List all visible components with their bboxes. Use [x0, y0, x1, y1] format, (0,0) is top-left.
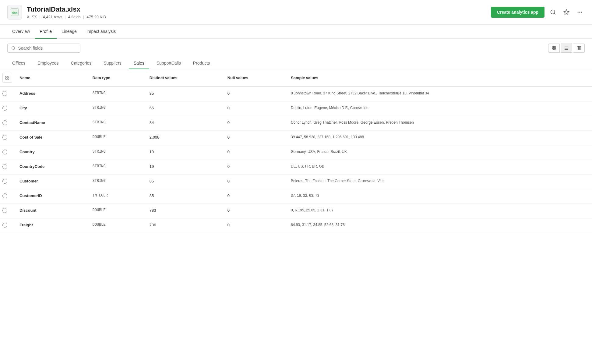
file-rows: 4,421 rows [43, 15, 62, 19]
subtab-employees[interactable]: Employees [33, 58, 63, 69]
svg-line-3 [554, 13, 555, 15]
star-icon [563, 9, 569, 15]
svg-text:xlsx: xlsx [12, 11, 17, 14]
list-view-button[interactable] [561, 44, 572, 53]
row-radio[interactable] [2, 106, 7, 111]
subtab-supportcalls[interactable]: SupportCalls [152, 58, 186, 69]
tab-profile[interactable]: Profile [35, 25, 57, 39]
more-options-button[interactable] [575, 7, 585, 17]
svg-point-6 [579, 12, 580, 12]
table-row: Address STRING 85 0 8 Johnstown Road, 37… [0, 87, 592, 101]
svg-marker-4 [564, 10, 569, 15]
subtab-suppliers[interactable]: Suppliers [99, 58, 126, 69]
field-data-type: STRING [88, 101, 145, 116]
field-data-type: STRING [88, 87, 145, 101]
row-checkbox-cell[interactable] [0, 131, 15, 145]
field-distinct-values: 65 [145, 101, 223, 116]
file-fields: 4 fields [68, 15, 81, 19]
field-null-values: 0 [223, 131, 286, 145]
column-icon [576, 46, 581, 51]
subtab-sales[interactable]: Sales [129, 58, 149, 69]
row-checkbox-cell[interactable] [0, 189, 15, 204]
row-radio[interactable] [2, 164, 7, 169]
field-distinct-values: 85 [145, 175, 223, 189]
file-size: 475.29 KiB [86, 15, 106, 19]
field-distinct-values: 2,008 [145, 131, 223, 145]
field-sample-values: 39.447, 58.928, 237.168, 1,296.691, 133.… [286, 131, 592, 145]
row-checkbox-cell[interactable] [0, 101, 15, 116]
search-icon [11, 46, 16, 51]
field-null-values: 0 [223, 204, 286, 218]
more-options-icon [577, 9, 583, 15]
column-view-button[interactable] [573, 44, 585, 53]
field-null-values: 0 [223, 87, 286, 101]
tab-lineage[interactable]: Lineage [57, 25, 82, 39]
row-checkbox-cell[interactable] [0, 116, 15, 131]
field-name: ContactName [15, 116, 88, 131]
field-distinct-values: 85 [145, 87, 223, 101]
field-sample-values: 37, 19, 32, 63, 73 [286, 189, 592, 204]
svg-rect-13 [554, 48, 556, 50]
field-name: Customer [15, 175, 88, 189]
field-null-values: 0 [223, 218, 286, 233]
svg-rect-20 [6, 76, 7, 77]
row-checkbox-cell[interactable] [0, 87, 15, 101]
column-toggle-icon[interactable] [2, 73, 12, 83]
row-radio[interactable] [2, 120, 7, 125]
grid-view-button[interactable] [548, 44, 560, 53]
table-row: Discount DOUBLE 783 0 0, 6.195, 25.65, 2… [0, 204, 592, 218]
svg-rect-23 [8, 78, 9, 79]
svg-rect-22 [6, 78, 7, 79]
field-distinct-values: 19 [145, 160, 223, 175]
row-radio[interactable] [2, 223, 7, 228]
field-null-values: 0 [223, 116, 286, 131]
field-sample-values: 64.93, 31.17, 34.85, 52.68, 31.78 [286, 218, 592, 233]
table-row: Customer STRING 85 0 Boleros, The Fashio… [0, 175, 592, 189]
row-checkbox-cell[interactable] [0, 160, 15, 175]
row-radio[interactable] [2, 135, 7, 140]
svg-rect-10 [552, 46, 554, 48]
header-actions: Create analytics app [491, 7, 585, 18]
row-checkbox-cell[interactable] [0, 218, 15, 233]
search-icon-button[interactable] [548, 7, 558, 17]
tab-overview[interactable]: Overview [7, 25, 35, 39]
svg-point-2 [551, 10, 555, 14]
row-radio[interactable] [2, 150, 7, 154]
subtab-offices[interactable]: Offices [7, 58, 30, 69]
row-checkbox-cell[interactable] [0, 204, 15, 218]
subtab-categories[interactable]: Categories [66, 58, 97, 69]
row-radio[interactable] [2, 193, 7, 198]
row-checkbox-cell[interactable] [0, 175, 15, 189]
svg-point-8 [12, 47, 15, 50]
field-name: Country [15, 145, 88, 160]
table-row: Country STRING 19 0 Germany, USA, France… [0, 145, 592, 160]
row-radio[interactable] [2, 91, 7, 96]
svg-rect-18 [579, 46, 580, 50]
field-null-values: 0 [223, 145, 286, 160]
field-name: City [15, 101, 88, 116]
field-distinct-values: 736 [145, 218, 223, 233]
th-checkbox [0, 69, 15, 87]
main-tabs: Overview Profile Lineage Impact analysis [0, 25, 592, 39]
create-analytics-app-button[interactable]: Create analytics app [491, 7, 544, 18]
row-radio[interactable] [2, 179, 7, 184]
table-row: Cost of Sale DOUBLE 2,008 0 39.447, 58.9… [0, 131, 592, 145]
fields-table-container[interactable]: Name Data type Distinct values Null valu… [0, 69, 592, 233]
field-name: CustomerID [15, 189, 88, 204]
field-sample-values: 8 Johnstown Road, 37 King Street, 2732 B… [286, 87, 592, 101]
svg-line-9 [14, 49, 15, 50]
subtab-products[interactable]: Products [188, 58, 215, 69]
field-data-type: DOUBLE [88, 218, 145, 233]
field-sample-values: Conor Lynch, Greg Thatcher, Ross Moore, … [286, 116, 592, 131]
star-icon-button[interactable] [562, 7, 571, 17]
svg-point-5 [578, 12, 579, 12]
row-radio[interactable] [2, 208, 7, 213]
search-input[interactable] [18, 46, 76, 51]
field-name: Freight [15, 218, 88, 233]
field-data-type: STRING [88, 175, 145, 189]
file-icon: xlsx [7, 5, 22, 19]
tab-impact-analysis[interactable]: Impact analysis [82, 25, 121, 39]
field-null-values: 0 [223, 189, 286, 204]
search-box[interactable] [7, 44, 80, 53]
row-checkbox-cell[interactable] [0, 145, 15, 160]
